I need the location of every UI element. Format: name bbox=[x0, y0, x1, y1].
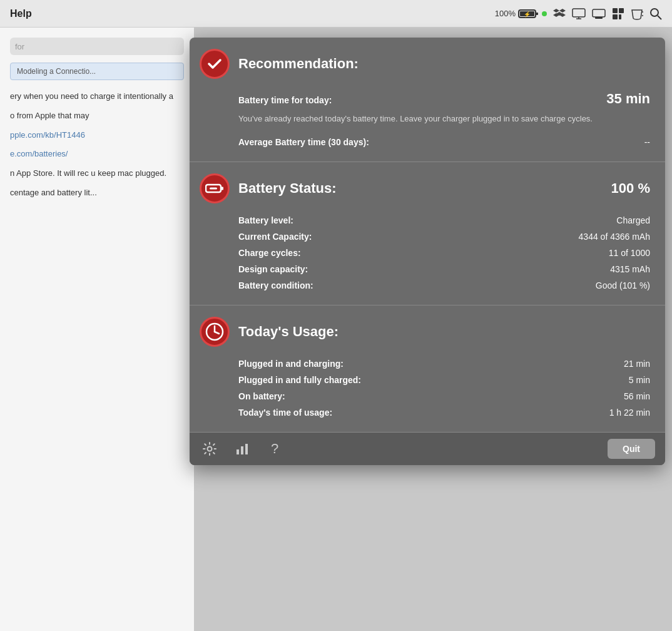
battery-dropdown-panel: Recommendation: Battery time for today: … bbox=[190, 38, 665, 465]
charge-cycles-row: Charge cycles: 11 of 1000 bbox=[200, 245, 650, 261]
plugged-full-row: Plugged in and fully charged: 5 min bbox=[200, 372, 650, 388]
battery-status-value: 100 % bbox=[611, 180, 650, 197]
battery-time-row: Battery time for today: 35 min bbox=[200, 88, 650, 110]
svg-rect-14 bbox=[613, 8, 618, 13]
green-dot-icon bbox=[542, 11, 547, 16]
chart-button[interactable] bbox=[232, 439, 252, 459]
clock-icon-wrap bbox=[200, 317, 230, 347]
coffee-icon bbox=[631, 7, 643, 21]
battery-time-label: Battery time for today: bbox=[238, 95, 332, 105]
total-usage-value: 1 h 22 min bbox=[609, 408, 650, 418]
battery-charging-icon: ⚡ bbox=[518, 8, 539, 19]
svg-text:⚡: ⚡ bbox=[524, 11, 531, 18]
design-capacity-value: 4315 mAh bbox=[610, 264, 650, 274]
svg-marker-4 bbox=[553, 9, 559, 13]
avg-battery-value: -- bbox=[644, 137, 650, 147]
recommendation-icon bbox=[200, 49, 230, 79]
avg-battery-row: Average Battery time (30 days): -- bbox=[200, 134, 650, 150]
total-usage-row: Today's time of usage: 1 h 22 min bbox=[200, 404, 650, 421]
svg-rect-13 bbox=[595, 17, 603, 19]
svg-point-26 bbox=[208, 446, 212, 451]
svg-rect-22 bbox=[210, 187, 217, 189]
grid-icon bbox=[612, 8, 624, 20]
design-capacity-label: Design capacity: bbox=[238, 264, 308, 274]
plugged-full-value: 5 min bbox=[629, 375, 650, 385]
current-capacity-value: 4344 of 4366 mAh bbox=[579, 232, 650, 242]
avg-battery-label: Average Battery time (30 days): bbox=[238, 137, 369, 147]
battery-level-row: Battery level: Charged bbox=[200, 212, 650, 228]
battery-condition-row: Battery condition: Good (101 %) bbox=[200, 277, 650, 294]
design-capacity-row: Design capacity: 4315 mAh bbox=[200, 261, 650, 277]
menubar-right: 100% ⚡ bbox=[495, 7, 662, 21]
bg-text: ery when you need to charge it intention… bbox=[10, 90, 184, 200]
total-usage-label: Today's time of usage: bbox=[238, 408, 332, 418]
battery-status-title: Battery Status: bbox=[238, 180, 336, 197]
svg-line-25 bbox=[215, 332, 219, 334]
recommendation-header: Recommendation: bbox=[200, 49, 650, 79]
menu-help[interactable]: Help bbox=[10, 8, 32, 19]
charge-cycles-label: Charge cycles: bbox=[238, 248, 301, 258]
todays-usage-title: Today's Usage: bbox=[238, 324, 339, 340]
settings-button[interactable] bbox=[200, 439, 220, 459]
recommendation-section: Recommendation: Battery time for today: … bbox=[190, 38, 665, 162]
battery-indicator: 100% ⚡ bbox=[495, 8, 547, 19]
search-bar-bg: for bbox=[10, 38, 184, 55]
battery-level-label: Battery level: bbox=[238, 215, 293, 225]
svg-line-19 bbox=[658, 16, 661, 19]
charge-cycles-value: 11 of 1000 bbox=[609, 248, 650, 258]
current-capacity-row: Current Capacity: 4344 of 4366 mAh bbox=[200, 228, 650, 245]
panel-footer: ? Quit bbox=[190, 433, 665, 465]
check-icon bbox=[206, 55, 223, 73]
display-icon bbox=[592, 8, 606, 19]
quit-button[interactable]: Quit bbox=[608, 439, 655, 459]
recommendation-title: Recommendation: bbox=[238, 56, 359, 72]
on-battery-value: 56 min bbox=[624, 391, 650, 401]
on-battery-row: On battery: 56 min bbox=[200, 388, 650, 404]
search-icon[interactable] bbox=[649, 8, 662, 20]
svg-point-18 bbox=[651, 9, 658, 16]
plugged-charging-value: 21 min bbox=[624, 359, 650, 369]
svg-rect-15 bbox=[619, 8, 624, 13]
chart-icon bbox=[235, 442, 249, 456]
current-capacity-label: Current Capacity: bbox=[238, 232, 312, 242]
svg-rect-29 bbox=[245, 444, 248, 454]
svg-marker-5 bbox=[559, 9, 566, 13]
footer-icons: ? bbox=[200, 439, 285, 459]
question-mark-icon: ? bbox=[271, 441, 278, 457]
plugged-charging-label: Plugged in and charging: bbox=[238, 359, 344, 369]
help-button[interactable]: ? bbox=[265, 439, 285, 459]
plugged-charging-row: Plugged in and charging: 21 min bbox=[200, 356, 650, 372]
plugged-full-label: Plugged in and fully charged: bbox=[238, 375, 361, 385]
battery-status-icon bbox=[200, 173, 230, 203]
monitor-icon bbox=[572, 8, 586, 19]
recommendation-description: You've already reached today's battery t… bbox=[200, 110, 650, 128]
battery-percent-label: 100% bbox=[495, 9, 516, 18]
battery-status-section: Battery Status: 100 % Battery level: Cha… bbox=[190, 162, 665, 305]
svg-rect-27 bbox=[237, 449, 239, 454]
gear-icon bbox=[202, 441, 217, 456]
tab-bg: Modeling a Connectio... bbox=[10, 63, 184, 80]
todays-usage-section: Today's Usage: Plugged in and charging: … bbox=[190, 305, 665, 433]
battery-status-header: Battery Status: 100 % bbox=[200, 173, 650, 203]
svg-rect-9 bbox=[573, 9, 585, 17]
svg-rect-17 bbox=[619, 14, 621, 19]
clock-icon bbox=[205, 322, 224, 341]
battery-level-value: Charged bbox=[616, 215, 650, 225]
dropbox-icon bbox=[553, 8, 566, 20]
svg-rect-21 bbox=[221, 187, 223, 190]
on-battery-label: On battery: bbox=[238, 391, 285, 401]
todays-usage-header: Today's Usage: bbox=[200, 317, 650, 347]
battery-minus-icon bbox=[205, 183, 224, 193]
svg-rect-12 bbox=[593, 9, 605, 17]
battery-condition-label: Battery condition: bbox=[238, 280, 313, 290]
svg-rect-16 bbox=[613, 14, 618, 19]
menubar: Help 100% ⚡ bbox=[0, 0, 672, 28]
background-content: for Modeling a Connectio... ery when you… bbox=[0, 28, 194, 631]
battery-condition-value: Good (101 %) bbox=[596, 280, 650, 290]
svg-rect-28 bbox=[241, 446, 243, 454]
battery-time-value: 35 min bbox=[606, 91, 650, 107]
svg-rect-1 bbox=[536, 13, 538, 15]
